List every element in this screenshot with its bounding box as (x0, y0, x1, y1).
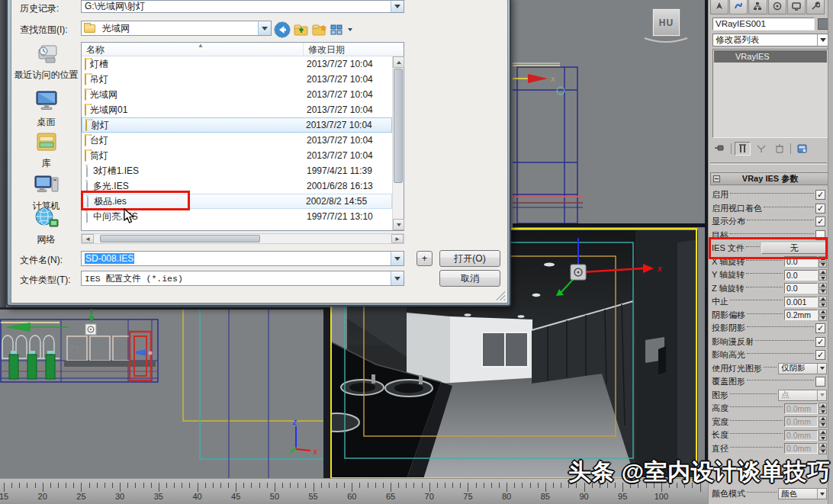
param-value-field[interactable]: 0.001 (784, 297, 818, 307)
modifier-list-dropdown[interactable]: 修改器列表 (712, 34, 828, 47)
object-name-field[interactable]: VRayIES001 (712, 18, 815, 30)
ruler-tick (514, 483, 515, 488)
resize-grip-icon[interactable] (496, 291, 505, 300)
panel-scrollbar[interactable] (828, 0, 833, 504)
file-row[interactable]: 台灯2013/7/27 10:04 (82, 133, 392, 148)
chevron-down-icon[interactable] (817, 364, 826, 374)
viewcube[interactable]: HU (652, 8, 680, 37)
spinner-arrows[interactable] (819, 283, 827, 294)
scroll-left-icon[interactable]: ◄ (82, 234, 94, 243)
collapse-icon[interactable] (713, 175, 720, 182)
param-value-field[interactable]: 0.0 (784, 256, 818, 267)
spin-up-icon[interactable] (819, 283, 827, 288)
viewport-left-wireframe[interactable]: z x (0, 307, 330, 478)
spin-up-icon[interactable] (819, 310, 827, 315)
column-header-name[interactable]: 名称▲ (82, 43, 304, 56)
filetype-combobox[interactable]: IES 配置文件 (*.ies) (81, 271, 404, 286)
chevron-down-icon[interactable] (258, 21, 271, 35)
modifier-stack[interactable]: VRayIES (712, 49, 828, 138)
scroll-thumb[interactable] (100, 235, 260, 242)
file-row[interactable]: 筒灯2013/7/27 10:04 (82, 148, 392, 163)
list-vertical-scrollbar[interactable] (392, 56, 404, 230)
new-folder-icon[interactable] (312, 23, 327, 37)
param-dropdown[interactable]: 仅阴影 (778, 363, 827, 374)
spin-down-icon[interactable] (819, 302, 827, 307)
param-checkbox[interactable] (815, 230, 825, 240)
scroll-right-icon[interactable]: ► (391, 234, 404, 243)
spinner-arrows[interactable] (819, 256, 827, 268)
spin-down-icon[interactable] (819, 275, 827, 281)
sidebar-item-3[interactable]: 库 (13, 130, 79, 170)
param-checkbox[interactable]: ✓ (815, 337, 825, 347)
chevron-down-icon[interactable] (391, 1, 404, 12)
spin-down-icon[interactable] (819, 289, 827, 294)
lookin-combobox[interactable]: 光域网 (81, 21, 272, 36)
file-row[interactable]: 光域网012013/7/27 10:04 (82, 102, 392, 117)
spin-up-icon[interactable] (819, 256, 827, 262)
ruler-tick (97, 483, 98, 488)
file-row[interactable]: 吊灯2013/7/27 10:04 (82, 72, 392, 87)
list-horizontal-scrollbar[interactable]: ◄ ► (81, 233, 404, 244)
sidebar-item-5[interactable]: 网络 (13, 206, 79, 246)
filename-combobox[interactable]: SD-008.IES (81, 251, 404, 266)
tab-hierarchy[interactable] (748, 0, 767, 14)
views-icon[interactable] (330, 24, 344, 36)
file-row[interactable]: 灯槽2013/7/27 10:04 (82, 56, 392, 72)
tab-utilities[interactable] (806, 0, 825, 14)
chevron-down-icon[interactable] (391, 271, 404, 285)
spinner-arrows[interactable] (819, 296, 827, 307)
tab-create[interactable] (710, 0, 728, 14)
sidebar-item-1[interactable]: 最近访问的位置 (13, 41, 79, 82)
tab-motion[interactable] (768, 0, 786, 14)
param-checkbox[interactable]: ✓ (815, 190, 825, 200)
param-checkbox[interactable]: ✓ (815, 204, 825, 213)
file-row[interactable]: 多光.IES2001/6/28 16:13 (82, 178, 392, 194)
spin-up-icon[interactable] (819, 269, 827, 274)
param-value-field[interactable]: 0.2mm (784, 310, 818, 320)
param-checkbox[interactable]: ✓ (815, 323, 825, 333)
spin-down-icon[interactable] (819, 262, 827, 268)
history-combobox[interactable]: G:\光域网\射灯 (81, 0, 404, 13)
cancel-button[interactable]: 取消 (439, 270, 500, 287)
spinner-arrows[interactable] (819, 269, 827, 281)
ies-file-button[interactable]: 无 (761, 242, 827, 254)
remove-modifier-icon[interactable] (771, 142, 787, 156)
make-unique-icon[interactable] (753, 142, 769, 156)
chevron-down-icon[interactable] (817, 34, 828, 46)
param-value-field[interactable]: 0.0 (784, 270, 818, 281)
file-row[interactable]: 极品.ies2002/8/2 14:55 (82, 194, 392, 209)
param-checkbox[interactable] (815, 377, 825, 387)
configure-modifier-sets-icon[interactable] (794, 142, 810, 156)
back-icon[interactable] (274, 21, 291, 38)
ruler-tick (336, 483, 337, 488)
chevron-down-icon[interactable] (391, 252, 404, 265)
up-folder-icon[interactable] (294, 23, 309, 37)
spinner-arrows[interactable] (819, 310, 827, 321)
param-checkbox[interactable]: ✓ (815, 350, 825, 360)
param-checkbox[interactable]: ✓ (815, 217, 825, 226)
sidebar-item-2[interactable]: 桌面 (13, 88, 79, 129)
plus-button[interactable]: + (416, 251, 433, 266)
file-row[interactable]: 射灯2013/7/27 10:04 (82, 117, 392, 133)
tab-display[interactable] (787, 0, 806, 14)
tab-modify[interactable] (729, 0, 748, 14)
pin-stack-icon[interactable] (712, 142, 728, 156)
file-row[interactable]: 3灯槽1.IES1997/4/21 11:39 (82, 163, 392, 178)
scroll-thumb[interactable] (394, 69, 403, 183)
param-dropdown: 点 (778, 390, 827, 401)
scroll-up-icon[interactable] (393, 56, 404, 68)
spin-down-icon[interactable] (819, 316, 827, 321)
chevron-down-icon[interactable] (348, 28, 352, 31)
file-row[interactable]: 光域网2013/7/27 10:04 (82, 87, 392, 102)
param-value-field[interactable]: 0.0 (784, 283, 818, 294)
param-dropdown[interactable]: 颜色 (778, 488, 827, 499)
rollout-header[interactable]: VRay IES 参数 (710, 172, 828, 185)
show-end-result-icon[interactable] (735, 142, 751, 156)
scroll-down-icon[interactable] (393, 219, 404, 230)
column-header-date[interactable]: 修改日期 (304, 43, 392, 56)
chevron-down-icon[interactable] (817, 489, 826, 499)
modifier-stack-item[interactable]: VRayIES (714, 50, 827, 63)
spin-up-icon[interactable] (819, 296, 827, 301)
open-button[interactable]: 打开(O) (439, 250, 500, 267)
object-color-swatch[interactable] (818, 18, 828, 30)
